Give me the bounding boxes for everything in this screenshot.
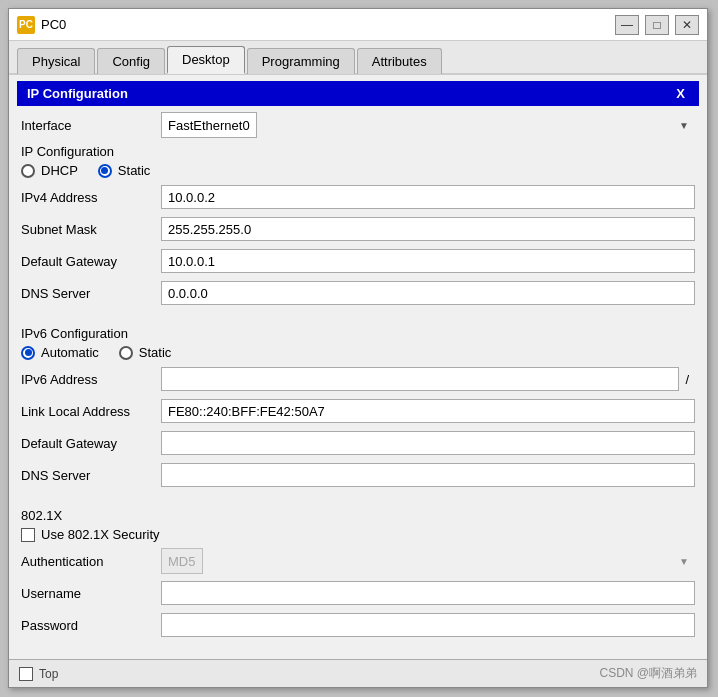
ipv6-gateway-label: Default Gateway [21, 436, 161, 451]
link-local-row: Link Local Address [21, 398, 695, 424]
interface-label: Interface [21, 118, 161, 133]
default-gateway-label: Default Gateway [21, 254, 161, 269]
subnet-mask-row: Subnet Mask [21, 216, 695, 242]
top-label: Top [39, 667, 58, 681]
ipv4-address-row: IPv4 Address [21, 184, 695, 210]
ipv6-dns-label: DNS Server [21, 468, 161, 483]
password-row: Password [21, 612, 695, 638]
dns-server-label: DNS Server [21, 286, 161, 301]
ipv6-address-input[interactable] [161, 367, 679, 391]
ipv6-automatic-radio[interactable]: Automatic [21, 345, 99, 360]
ipv6-address-label: IPv6 Address [21, 372, 161, 387]
ipv6-dns-input[interactable] [161, 463, 695, 487]
ipv6-static-radio-label: Static [139, 345, 172, 360]
ipv6-address-suffix: / [679, 372, 695, 387]
ipv6-automatic-radio-dot [25, 349, 32, 356]
ipv6-automatic-radio-label: Automatic [41, 345, 99, 360]
content-area: IP Configuration X Interface FastEtherne… [9, 75, 707, 659]
use-8021x-row: Use 802.1X Security [21, 527, 695, 542]
password-input[interactable] [161, 613, 695, 637]
bottom-top-row: Top [19, 667, 58, 681]
dhcp-radio-circle [21, 164, 35, 178]
tab-attributes[interactable]: Attributes [357, 48, 442, 74]
password-label: Password [21, 618, 161, 633]
static-radio-circle [98, 164, 112, 178]
ipv6-gateway-input[interactable] [161, 431, 695, 455]
bottom-bar: Top CSDN @啊酒弟弟 [9, 659, 707, 687]
main-window: PC PC0 — □ ✕ Physical Config Desktop Pro… [8, 8, 708, 688]
maximize-button[interactable]: □ [645, 15, 669, 35]
ipv4-address-label: IPv4 Address [21, 190, 161, 205]
dns-server-input[interactable] [161, 281, 695, 305]
dhcp-radio[interactable]: DHCP [21, 163, 78, 178]
ip-config-close[interactable]: X [672, 86, 689, 101]
dns-server-row: DNS Server [21, 280, 695, 306]
dhcp-radio-label: DHCP [41, 163, 78, 178]
minimize-button[interactable]: — [615, 15, 639, 35]
auth-select[interactable]: MD5 [161, 548, 203, 574]
watermark-text: CSDN @啊酒弟弟 [599, 665, 697, 682]
link-local-input[interactable] [161, 399, 695, 423]
ip-config-title: IP Configuration [27, 86, 128, 101]
tab-programming[interactable]: Programming [247, 48, 355, 74]
ipv6-static-radio-circle [119, 346, 133, 360]
tab-desktop[interactable]: Desktop [167, 46, 245, 74]
default-gateway-input[interactable] [161, 249, 695, 273]
ipv6-address-row: IPv6 Address / [21, 366, 695, 392]
auth-select-wrapper: MD5 [161, 548, 695, 574]
window-title: PC0 [41, 17, 615, 32]
interface-select[interactable]: FastEthernet0 [161, 112, 257, 138]
window-icon: PC [17, 16, 35, 34]
auth-row: Authentication MD5 [21, 548, 695, 574]
close-button[interactable]: ✕ [675, 15, 699, 35]
use-8021x-checkbox[interactable] [21, 528, 35, 542]
username-label: Username [21, 586, 161, 601]
title-bar: PC PC0 — □ ✕ [9, 9, 707, 41]
subnet-mask-label: Subnet Mask [21, 222, 161, 237]
static-radio[interactable]: Static [98, 163, 151, 178]
static-radio-label: Static [118, 163, 151, 178]
default-gateway-row: Default Gateway [21, 248, 695, 274]
form-area: Interface FastEthernet0 IP Configuration… [9, 106, 707, 659]
window-controls: — □ ✕ [615, 15, 699, 35]
ipv6-radio-row: Automatic Static [21, 345, 695, 360]
static-radio-dot [101, 167, 108, 174]
subnet-mask-input[interactable] [161, 217, 695, 241]
tab-bar: Physical Config Desktop Programming Attr… [9, 41, 707, 75]
ipv6-automatic-radio-circle [21, 346, 35, 360]
top-checkbox[interactable] [19, 667, 33, 681]
tab-config[interactable]: Config [97, 48, 165, 74]
auth-label: Authentication [21, 554, 161, 569]
interface-row: Interface FastEthernet0 [21, 112, 695, 138]
ipv6-address-input-group: / [161, 367, 695, 391]
ip-config-header-bar: IP Configuration X [17, 81, 699, 106]
username-input[interactable] [161, 581, 695, 605]
use-8021x-label: Use 802.1X Security [41, 527, 160, 542]
ipv4-address-input[interactable] [161, 185, 695, 209]
ipv6-gateway-row: Default Gateway [21, 430, 695, 456]
interface-select-wrapper: FastEthernet0 [161, 112, 695, 138]
link-local-label: Link Local Address [21, 404, 161, 419]
ipv6-section-label: IPv6 Configuration [21, 326, 695, 341]
ipv4-section-label: IP Configuration [21, 144, 695, 159]
ipv6-dns-row: DNS Server [21, 462, 695, 488]
dot1x-section-label: 802.1X [21, 508, 695, 523]
tab-physical[interactable]: Physical [17, 48, 95, 74]
ipv4-radio-row: DHCP Static [21, 163, 695, 178]
ipv6-static-radio[interactable]: Static [119, 345, 172, 360]
username-row: Username [21, 580, 695, 606]
